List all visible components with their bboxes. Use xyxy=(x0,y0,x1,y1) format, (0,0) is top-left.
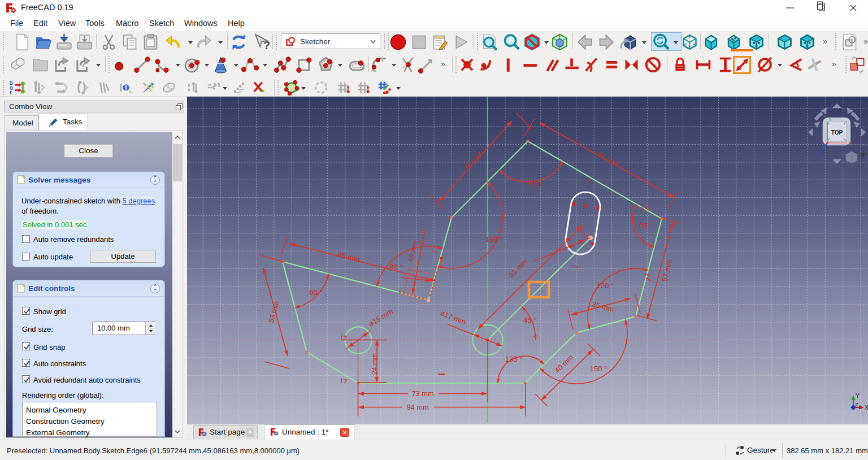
svg-text:73 mm: 73 mm xyxy=(411,389,434,398)
svg-text:Z: Z xyxy=(855,401,858,407)
svg-text:TOP: TOP xyxy=(831,129,843,136)
svg-text:?: ? xyxy=(263,38,270,51)
svg-text:X: X xyxy=(848,140,852,146)
svg-text:90 °: 90 ° xyxy=(389,263,402,271)
svg-text:120 °: 120 ° xyxy=(597,281,614,290)
svg-text:105 °: 105 ° xyxy=(635,222,653,230)
svg-text:60 °: 60 ° xyxy=(309,288,322,297)
svg-text:94 mm: 94 mm xyxy=(406,403,429,411)
svg-text:≡₄₀: ≡₄₀ xyxy=(585,177,592,183)
svg-text:150 °: 150 ° xyxy=(590,364,607,373)
svg-text:Y: Y xyxy=(828,116,832,122)
svg-text:150 °: 150 ° xyxy=(485,235,503,244)
svg-text:Y: Y xyxy=(856,392,860,399)
svg-text:X: X xyxy=(865,404,868,411)
svg-text:135 °: 135 ° xyxy=(505,355,523,363)
svg-text:24 mm: 24 mm xyxy=(371,353,379,375)
svg-text:≡₄₀: ≡₄₀ xyxy=(572,263,579,269)
svg-text:Z: Z xyxy=(821,149,824,155)
svg-text:45 °: 45 ° xyxy=(523,316,536,324)
